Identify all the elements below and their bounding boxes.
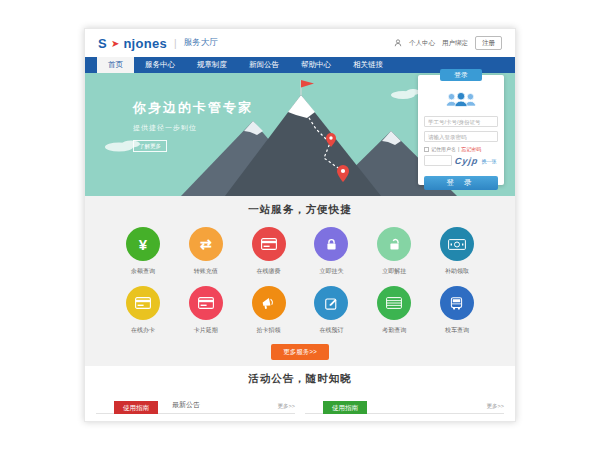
service-item[interactable]: 卡片延期 bbox=[180, 286, 232, 335]
unlock-icon bbox=[377, 227, 411, 261]
service-label: 立即挂失 bbox=[319, 267, 343, 276]
nav-item-rules[interactable]: 规章制度 bbox=[186, 57, 238, 73]
service-item[interactable]: ⇄转账充值 bbox=[180, 227, 232, 276]
service-label: 转账充值 bbox=[194, 267, 218, 276]
header: S ➤ njones | 服务大厅 个人中心 用户绑定 注册 bbox=[85, 29, 515, 57]
service-item[interactable]: ¥余额查询 bbox=[117, 227, 169, 276]
service-item[interactable]: 在线缴费 bbox=[243, 227, 295, 276]
guide-ribbon-tab-green[interactable]: 使用指南 bbox=[323, 401, 367, 414]
service-item[interactable]: 校车查询 bbox=[431, 286, 483, 335]
captcha-image: Cyjp bbox=[454, 156, 479, 166]
megaphone-icon bbox=[252, 286, 286, 320]
personal-center-link[interactable]: 个人中心 bbox=[409, 39, 435, 48]
banner-copy: 你身边的卡管专家 提供捷径一步到位 了解更多 bbox=[133, 99, 253, 152]
service-label: 在线缴费 bbox=[257, 267, 281, 276]
card-icon bbox=[189, 286, 223, 320]
browser-page: S ➤ njones | 服务大厅 个人中心 用户绑定 注册 首页 服务中心 规… bbox=[84, 28, 516, 422]
service-label: 考勤查询 bbox=[382, 326, 406, 335]
logo[interactable]: S ➤ njones | 服务大厅 bbox=[98, 36, 218, 51]
lock-icon bbox=[314, 227, 348, 261]
guide-ribbon-tab[interactable]: 使用指南 bbox=[114, 401, 158, 414]
login-panel: 登录 记住用户名 | 忘记密码 Cyjp 换一张 登 录 bbox=[418, 75, 504, 185]
more-services-button[interactable]: 更多服务>> bbox=[271, 344, 329, 360]
logo-text-suffix: njones bbox=[123, 36, 167, 51]
service-item[interactable]: 在线办卡 bbox=[117, 286, 169, 335]
remember-label: 记住用户名 bbox=[431, 146, 456, 152]
latest-notices-tab[interactable]: 最新公告 bbox=[172, 400, 200, 413]
card-icon bbox=[252, 227, 286, 261]
login-tab[interactable]: 登录 bbox=[440, 69, 482, 81]
divider: | bbox=[458, 146, 459, 152]
register-button[interactable]: 注册 bbox=[475, 36, 502, 50]
service-item[interactable]: 补助领取 bbox=[431, 227, 483, 276]
captcha-row: Cyjp 换一张 bbox=[424, 155, 498, 166]
services-title: 一站服务，方便快捷 bbox=[85, 203, 515, 217]
forgot-password-link[interactable]: 忘记密码 bbox=[461, 146, 481, 152]
nav-item-links[interactable]: 相关链接 bbox=[342, 57, 394, 73]
login-submit-button[interactable]: 登 录 bbox=[424, 176, 498, 190]
captcha-input[interactable] bbox=[424, 155, 452, 166]
person-icon bbox=[394, 39, 402, 48]
site-name: 服务大厅 bbox=[184, 37, 218, 49]
service-label: 校车查询 bbox=[445, 326, 469, 335]
user-binding-link[interactable]: 用户绑定 bbox=[442, 39, 468, 48]
more-link[interactable]: 更多>> bbox=[487, 403, 504, 413]
banner-cta-button[interactable]: 了解更多 bbox=[133, 140, 167, 152]
list-icon bbox=[377, 286, 411, 320]
nav-item-help[interactable]: 帮助中心 bbox=[290, 57, 342, 73]
nav-item-home[interactable]: 首页 bbox=[97, 57, 134, 73]
service-label: 在线办卡 bbox=[131, 326, 155, 335]
edit-icon bbox=[314, 286, 348, 320]
service-label: 立即解挂 bbox=[382, 267, 406, 276]
announcements-title: 活动公告，随时知晓 bbox=[85, 372, 515, 386]
services-row-2: 在线办卡卡片延期拾卡招领在线预订考勤查询校车查询 bbox=[85, 286, 515, 335]
banner-subline: 提供捷径一步到位 bbox=[133, 123, 253, 133]
service-label: 补助领取 bbox=[445, 267, 469, 276]
service-item[interactable]: 立即解挂 bbox=[368, 227, 420, 276]
captcha-refresh-link[interactable]: 换一张 bbox=[482, 158, 497, 164]
bus-icon bbox=[440, 286, 474, 320]
nav-item-news[interactable]: 新闻公告 bbox=[238, 57, 290, 73]
service-item[interactable]: 在线预订 bbox=[305, 286, 357, 335]
password-input[interactable] bbox=[424, 131, 498, 142]
service-item[interactable]: 拾卡招领 bbox=[243, 286, 295, 335]
announcements-section: 活动公告，随时知晓 使用指南 最新公告 更多>> 使用指南 更多>> bbox=[85, 366, 515, 414]
service-label: 在线预订 bbox=[319, 326, 343, 335]
banknote-icon bbox=[440, 227, 474, 261]
service-item[interactable]: 考勤查询 bbox=[368, 286, 420, 335]
remember-checkbox[interactable] bbox=[424, 147, 429, 152]
guide-panel: 使用指南 最新公告 更多>> bbox=[96, 395, 295, 414]
users-icon bbox=[424, 91, 498, 112]
service-label: 卡片延期 bbox=[194, 326, 218, 335]
service-item[interactable]: 立即挂失 bbox=[305, 227, 357, 276]
announcement-panels: 使用指南 最新公告 更多>> 使用指南 更多>> bbox=[85, 395, 515, 414]
logo-arrow-icon: ➤ bbox=[111, 38, 119, 49]
logo-divider: | bbox=[174, 38, 177, 49]
remember-row: 记住用户名 | 忘记密码 bbox=[424, 146, 498, 152]
logo-text-prefix: S bbox=[98, 36, 107, 51]
services-section: 一站服务，方便快捷 ¥余额查询⇄转账充值在线缴费立即挂失立即解挂补助领取 在线办… bbox=[85, 196, 515, 366]
guide-panel-right: 使用指南 更多>> bbox=[305, 395, 504, 414]
more-link[interactable]: 更多>> bbox=[278, 403, 295, 413]
transfer-icon: ⇄ bbox=[189, 227, 223, 261]
nav-item-service-center[interactable]: 服务中心 bbox=[134, 57, 186, 73]
services-row-1: ¥余额查询⇄转账充值在线缴费立即挂失立即解挂补助领取 bbox=[85, 227, 515, 276]
card-icon bbox=[126, 286, 160, 320]
banner-headline: 你身边的卡管专家 bbox=[133, 99, 253, 117]
service-label: 拾卡招领 bbox=[257, 326, 281, 335]
account-bar: 个人中心 用户绑定 注册 bbox=[394, 36, 502, 50]
service-label: 余额查询 bbox=[131, 267, 155, 276]
username-input[interactable] bbox=[424, 116, 498, 127]
yuan-icon: ¥ bbox=[126, 227, 160, 261]
